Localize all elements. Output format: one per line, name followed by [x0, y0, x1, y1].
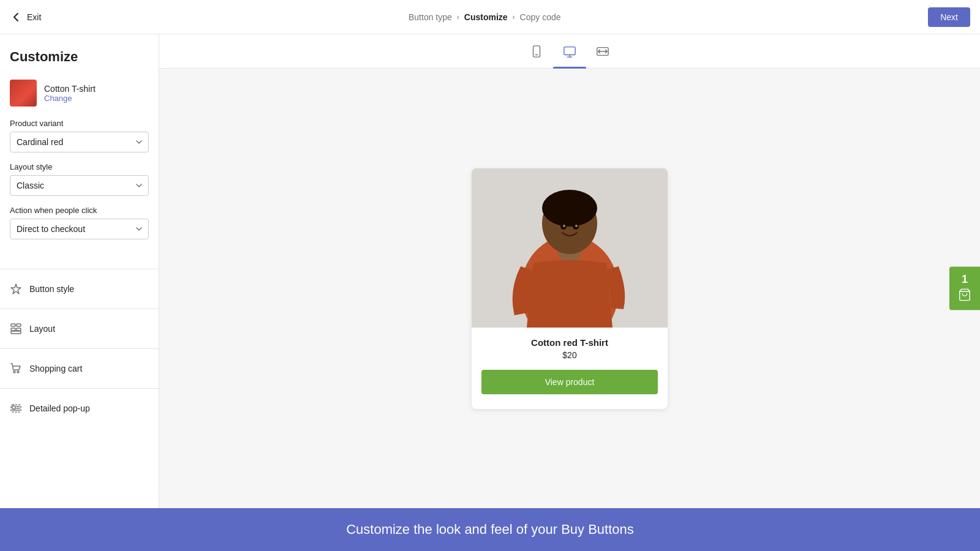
bottom-banner-text: Customize the look and feel of your Buy …: [346, 522, 634, 537]
shopping-cart-label: Shopping cart: [29, 364, 82, 373]
desktop-view-button[interactable]: [553, 34, 586, 69]
product-variant-label: Product variant: [10, 119, 149, 128]
view-product-button[interactable]: View product: [481, 370, 658, 394]
svg-point-6: [17, 371, 19, 373]
svg-rect-3: [17, 324, 21, 326]
exit-label: Exit: [27, 12, 41, 22]
top-nav: Exit Button type › Customize › Copy code…: [0, 0, 980, 34]
sidebar: Customize Cotton T-shirt Change Product …: [0, 34, 159, 508]
svg-rect-0: [11, 324, 15, 326]
preview-toolbar: [159, 34, 980, 69]
breadcrumb: Button type › Customize › Copy code: [409, 12, 561, 22]
sidebar-divider-4: [0, 388, 159, 389]
layout-style-group: Layout style Classic Modern Minimal: [10, 162, 149, 196]
product-variant-group: Product variant Cardinal red Navy blue F…: [10, 119, 149, 152]
svg-point-26: [563, 225, 565, 227]
mobile-view-button[interactable]: [520, 34, 553, 69]
layout-icon: [10, 323, 22, 335]
stretch-view-button[interactable]: [586, 34, 619, 69]
svg-point-23: [542, 190, 597, 227]
sidebar-divider-2: [0, 309, 159, 309]
product-name: Cotton T-shirt: [44, 84, 96, 94]
detailed-popup-label: Detailed pop-up: [29, 403, 90, 413]
button-style-label: Button style: [29, 284, 74, 294]
button-style-icon: [10, 283, 22, 295]
sidebar-divider-1: [0, 269, 159, 269]
action-click-group: Action when people click Direct to check…: [10, 206, 149, 239]
product-change-link[interactable]: Change: [44, 94, 96, 103]
detailed-popup-icon: [10, 402, 22, 414]
svg-point-5: [13, 371, 15, 373]
svg-point-27: [575, 225, 578, 227]
product-card-price: $20: [472, 350, 668, 360]
exit-icon: [10, 11, 22, 23]
mobile-icon: [530, 45, 543, 58]
desktop-icon: [563, 45, 576, 58]
breadcrumb-copy-code[interactable]: Copy code: [520, 12, 561, 22]
action-click-select[interactable]: Direct to checkout Add to cart Open popu…: [10, 219, 149, 239]
product-card-image: [472, 168, 668, 328]
svg-rect-4: [17, 328, 21, 331]
layout-label: Layout: [29, 324, 55, 334]
next-button[interactable]: Next: [928, 7, 970, 27]
bottom-banner: Customize the look and feel of your Buy …: [0, 508, 980, 551]
sidebar-item-shopping-cart[interactable]: Shopping cart: [0, 354, 159, 383]
preview-area: Cotton red T-shirt $20 View product 1: [159, 69, 980, 508]
action-click-label: Action when people click: [10, 206, 149, 215]
svg-rect-12: [533, 45, 540, 56]
layout-style-select[interactable]: Classic Modern Minimal: [10, 175, 149, 196]
breadcrumb-sep-1: ›: [457, 13, 459, 21]
svg-rect-14: [564, 47, 575, 54]
breadcrumb-sep-2: ›: [513, 13, 515, 21]
product-card-title: Cotton red T-shirt: [472, 337, 668, 348]
svg-rect-8: [12, 406, 15, 409]
product-thumbnail: [10, 80, 37, 107]
product-info: Cotton T-shirt Change: [10, 80, 149, 107]
product-card: Cotton red T-shirt $20 View product: [472, 168, 668, 409]
svg-rect-2: [11, 331, 21, 334]
cart-count: 1: [962, 273, 968, 286]
exit-button[interactable]: Exit: [10, 11, 41, 23]
layout-style-label: Layout style: [10, 162, 149, 171]
svg-rect-1: [11, 328, 15, 331]
product-variant-select[interactable]: Cardinal red Navy blue Forest green Blac…: [10, 132, 149, 152]
breadcrumb-customize: Customize: [464, 12, 508, 22]
cart-icon: [958, 288, 971, 304]
main-content: Cotton red T-shirt $20 View product 1: [159, 34, 980, 508]
sidebar-item-button-style[interactable]: Button style: [0, 274, 159, 304]
breadcrumb-button-type[interactable]: Button type: [409, 12, 452, 22]
sidebar-title: Customize: [10, 49, 149, 65]
shopping-cart-icon: [10, 362, 22, 375]
stretch-icon: [596, 45, 609, 58]
sidebar-divider-3: [0, 348, 159, 349]
floating-cart[interactable]: 1: [949, 267, 980, 310]
main-layout: Customize Cotton T-shirt Change Product …: [0, 34, 980, 508]
product-image-svg: [472, 168, 668, 328]
sidebar-item-layout[interactable]: Layout: [0, 314, 159, 343]
sidebar-item-detailed-popup[interactable]: Detailed pop-up: [0, 394, 159, 423]
